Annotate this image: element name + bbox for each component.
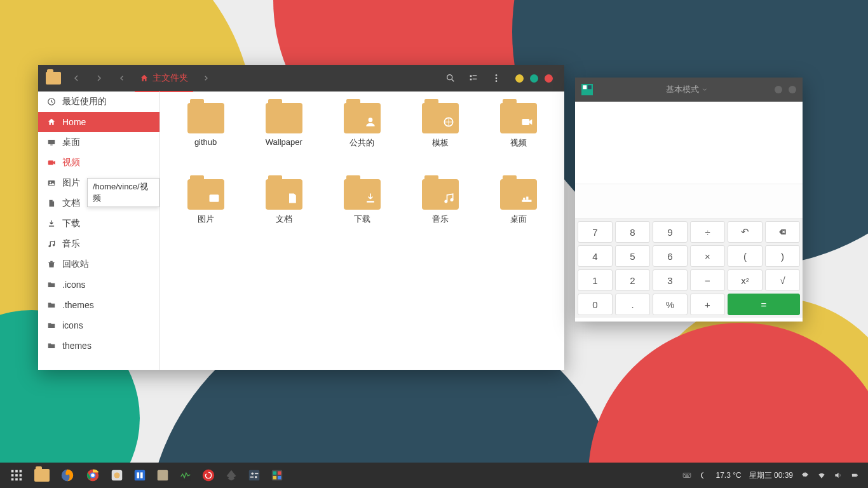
calc-key-2[interactable]: 2 <box>615 269 650 291</box>
breadcrumb[interactable]: 主文件夹 <box>135 65 193 92</box>
svg-rect-41 <box>20 478 22 481</box>
file-manager-content[interactable]: githubWallpaper公共的模板视频图片文档下载音乐桌面 <box>160 92 564 370</box>
sidebar-item-12[interactable]: icons <box>38 315 159 336</box>
calc-key-÷[interactable]: ÷ <box>690 221 725 243</box>
taskbar-files-icon[interactable] <box>29 463 55 488</box>
svg-rect-35 <box>20 470 22 473</box>
svg-rect-31 <box>583 85 587 89</box>
applications-menu-button[interactable] <box>4 463 29 488</box>
folder-item-1[interactable]: Wallpaper <box>245 100 323 170</box>
taskbar-settings-icon[interactable] <box>243 463 266 488</box>
svg-rect-40 <box>15 478 18 481</box>
back-button[interactable] <box>66 68 86 88</box>
sidebar-item-3[interactable]: 视频 <box>38 152 159 173</box>
taskbar-app-icon-1[interactable] <box>105 463 128 488</box>
calc-key-+[interactable]: + <box>690 294 725 315</box>
calculator-input[interactable] <box>575 184 803 219</box>
folder-item-3[interactable]: 模板 <box>402 100 480 170</box>
svg-rect-28 <box>524 198 526 200</box>
sidebar-item-13[interactable]: themes <box>38 336 159 356</box>
battery-indicator[interactable] <box>850 471 859 480</box>
sidebar-item-2[interactable]: 桌面 <box>38 132 159 152</box>
calc-key-↶[interactable]: ↶ <box>728 221 763 243</box>
calc-key-8[interactable]: 8 <box>615 221 650 243</box>
maximize-button[interactable] <box>530 74 538 83</box>
svg-rect-54 <box>249 470 260 481</box>
calc-key-7[interactable]: 7 <box>578 221 613 243</box>
svg-rect-48 <box>135 470 146 481</box>
svg-point-19 <box>369 118 373 122</box>
svg-rect-32 <box>588 85 592 89</box>
folder-item-7[interactable]: 下载 <box>323 177 401 247</box>
sidebar-item-8[interactable]: 回收站 <box>38 254 159 274</box>
svg-point-13 <box>50 182 51 183</box>
view-mode-button[interactable] <box>463 68 484 88</box>
calc-key-3[interactable]: 3 <box>653 269 688 291</box>
sidebar-item-10[interactable]: .icons <box>38 274 159 295</box>
sidebar-item-0[interactable]: 最近使用的 <box>38 92 159 112</box>
path-next-button[interactable] <box>196 68 216 88</box>
path-prev-button[interactable] <box>112 68 132 88</box>
calc-key-×[interactable]: × <box>690 245 725 267</box>
svg-rect-17 <box>50 261 53 262</box>
calc-key-−[interactable]: − <box>690 269 725 291</box>
calculator-minimize-button[interactable] <box>775 86 782 93</box>
folder-item-2[interactable]: 公共的 <box>323 100 401 170</box>
folder-item-6[interactable]: 文档 <box>245 177 323 247</box>
svg-rect-29 <box>527 197 529 200</box>
taskbar-inkscape-icon[interactable] <box>220 463 243 488</box>
calculator-keypad: 789÷↶456×()123−x2√0.%+= <box>575 219 803 318</box>
night-mode-indicator[interactable] <box>699 471 708 480</box>
calculator-mode-dropdown[interactable]: 基本模式 <box>599 84 775 95</box>
sidebar-item-6[interactable]: 下载 <box>38 214 159 234</box>
calc-key-⌫[interactable] <box>765 221 800 243</box>
calc-key-√[interactable]: √ <box>765 269 800 291</box>
sidebar-item-11[interactable]: .themes <box>38 295 159 315</box>
calc-key-0[interactable]: 0 <box>578 294 613 315</box>
calc-key-%[interactable]: % <box>653 294 688 315</box>
taskbar-system-monitor-icon[interactable] <box>174 463 197 488</box>
forward-button[interactable] <box>89 68 109 88</box>
calc-key-=[interactable]: = <box>728 294 800 315</box>
sidebar-item-1[interactable]: Home <box>38 112 159 132</box>
search-button[interactable] <box>440 68 461 88</box>
calc-key-5[interactable]: 5 <box>615 245 650 267</box>
folder-item-0[interactable]: github <box>166 100 245 170</box>
taskbar-calculator-icon[interactable] <box>266 463 288 488</box>
chevron-down-icon <box>702 86 708 93</box>
taskbar-netease-music-icon[interactable] <box>197 463 220 488</box>
taskbar-app-icon-2[interactable] <box>128 463 151 488</box>
calc-key-6[interactable]: 6 <box>653 245 688 267</box>
folder-item-4[interactable]: 视频 <box>480 100 558 170</box>
calculator-close-button[interactable] <box>789 86 796 93</box>
svg-rect-24 <box>367 201 374 203</box>
folder-item-8[interactable]: 音乐 <box>402 177 480 247</box>
folder-item-5[interactable]: 图片 <box>166 177 245 247</box>
calc-key-4[interactable]: 4 <box>578 245 613 267</box>
taskbar-app-icon-3[interactable] <box>151 463 174 488</box>
calc-key-x²[interactable]: x2 <box>728 269 763 291</box>
taskbar-chrome-icon[interactable] <box>80 463 105 488</box>
volume-indicator[interactable] <box>834 471 843 480</box>
calc-key-([interactable]: ( <box>728 245 763 267</box>
svg-point-57 <box>255 476 257 478</box>
wifi-indicator[interactable] <box>817 471 826 480</box>
calc-key-)[interactable]: ) <box>765 245 800 267</box>
close-button[interactable] <box>545 74 553 83</box>
svg-point-6 <box>496 78 498 79</box>
temperature-indicator[interactable]: 17.3 °C <box>715 471 741 480</box>
tray-settings-icon[interactable] <box>801 471 810 480</box>
clock[interactable]: 星期三 00:39 <box>749 470 793 481</box>
calc-key-9[interactable]: 9 <box>653 221 688 243</box>
sidebar-item-7[interactable]: 音乐 <box>38 234 159 254</box>
folder-item-9[interactable]: 桌面 <box>480 177 558 247</box>
window-controls <box>509 74 559 83</box>
calc-key-1[interactable]: 1 <box>578 269 613 291</box>
calc-key-.[interactable]: . <box>615 294 650 315</box>
minimize-button[interactable] <box>515 74 524 83</box>
taskbar-firefox-icon[interactable] <box>55 463 80 488</box>
svg-point-45 <box>91 473 95 477</box>
svg-point-15 <box>48 245 51 248</box>
menu-button[interactable] <box>486 68 506 88</box>
keyboard-indicator[interactable] <box>682 471 691 480</box>
